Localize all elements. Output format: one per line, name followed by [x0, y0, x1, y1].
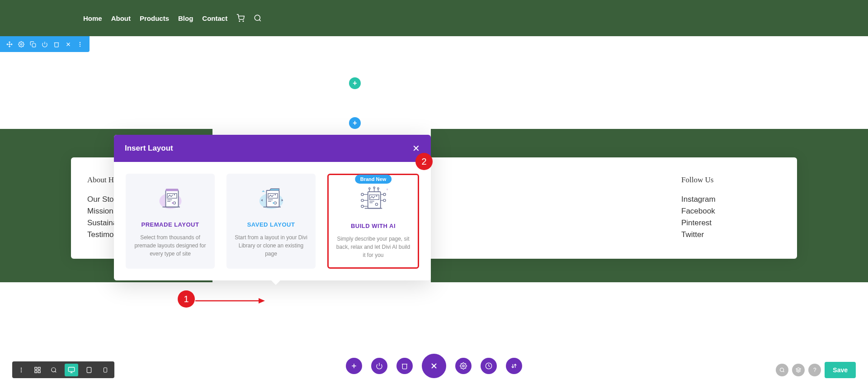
- svg-line-86: [783, 371, 784, 372]
- trash-icon[interactable]: [52, 40, 61, 48]
- close-icon[interactable]: [64, 40, 72, 48]
- svg-rect-71: [68, 367, 74, 371]
- ai-layout-icon: +: [336, 183, 410, 217]
- annotation-1: 1: [178, 290, 195, 308]
- svg-text:+: +: [386, 187, 388, 192]
- annotation-arrow: [195, 298, 265, 304]
- help-icon[interactable]: ?: [808, 364, 821, 376]
- svg-point-27: [274, 194, 276, 195]
- premade-layout-icon: [133, 182, 208, 216]
- svg-point-18: [174, 194, 175, 195]
- search-icon[interactable]: [254, 14, 262, 22]
- svg-rect-15: [165, 190, 178, 207]
- svg-point-43: [361, 193, 363, 195]
- svg-point-49: [383, 193, 385, 195]
- svg-point-6: [20, 43, 22, 45]
- svg-rect-31: [273, 202, 274, 204]
- phone-icon[interactable]: [100, 365, 111, 375]
- nav-about[interactable]: About: [111, 14, 131, 22]
- tablet-icon[interactable]: [84, 365, 94, 375]
- svg-point-0: [239, 21, 240, 22]
- modal-title: Insert Layout: [125, 144, 173, 153]
- svg-point-53: [368, 188, 370, 190]
- svg-point-69: [52, 367, 56, 371]
- svg-point-45: [361, 199, 363, 201]
- history-button[interactable]: [481, 358, 497, 374]
- trash-button[interactable]: [396, 358, 413, 374]
- svg-point-2: [255, 15, 260, 20]
- sort-button[interactable]: [506, 358, 522, 374]
- close-builder-button[interactable]: [422, 354, 446, 378]
- svg-line-70: [55, 371, 57, 372]
- footer-link[interactable]: Facebook: [681, 205, 781, 217]
- svg-point-11: [80, 42, 80, 43]
- svg-point-13: [80, 45, 80, 46]
- settings-button[interactable]: [455, 358, 472, 374]
- svg-point-47: [361, 205, 363, 207]
- move-icon[interactable]: [5, 40, 14, 48]
- svg-point-81: [462, 365, 464, 367]
- wireframe-icon[interactable]: [32, 365, 43, 375]
- bottom-right-actions: ? Save: [776, 362, 856, 378]
- svg-point-64: [21, 371, 22, 372]
- layers-icon[interactable]: [792, 364, 805, 376]
- cart-icon[interactable]: [236, 14, 245, 22]
- svg-point-38: [376, 195, 377, 197]
- svg-point-85: [780, 368, 784, 372]
- modal-body: PREMADE LAYOUT Select from thousands of …: [114, 162, 431, 280]
- saved-layout-desc: Start from a layout in your Divi Library…: [234, 233, 308, 258]
- svg-marker-35: [262, 190, 265, 192]
- add-row-button[interactable]: +: [349, 117, 361, 129]
- power-icon[interactable]: [41, 40, 49, 48]
- svg-rect-36: [368, 191, 380, 208]
- nav-contact[interactable]: Contact: [202, 14, 227, 22]
- add-button[interactable]: [346, 358, 362, 374]
- svg-rect-66: [38, 367, 40, 370]
- ai-layout-title: BUILD WITH AI: [336, 223, 410, 229]
- premade-layout-title: PREMADE LAYOUT: [133, 221, 208, 228]
- ai-layout-desc: Simply describe your page, sit back, rel…: [336, 235, 410, 259]
- svg-marker-87: [796, 368, 801, 370]
- duplicate-icon[interactable]: [29, 40, 37, 48]
- more-vertical-icon[interactable]: [16, 365, 27, 375]
- save-button[interactable]: Save: [825, 362, 856, 378]
- premade-layout-card[interactable]: PREMADE LAYOUT Select from thousands of …: [126, 174, 215, 269]
- saved-layout-card[interactable]: SAVED LAYOUT Start from a layout in your…: [226, 174, 316, 269]
- footer-link[interactable]: Twitter: [681, 229, 781, 241]
- svg-point-62: [21, 367, 22, 368]
- nav-products[interactable]: Products: [140, 14, 169, 22]
- modal-header: Insert Layout ✕: [114, 135, 431, 162]
- build-with-ai-card[interactable]: Brand New + BUILD WITH AI Simply describ…: [327, 174, 419, 269]
- svg-rect-22: [172, 202, 174, 204]
- add-section-button[interactable]: +: [349, 77, 361, 89]
- section-toolbar: [0, 36, 90, 52]
- modal-close-icon[interactable]: ✕: [412, 143, 420, 154]
- svg-rect-75: [104, 368, 107, 372]
- main-nav: Home About Products Blog Contact: [83, 14, 262, 22]
- premade-layout-desc: Select from thousands of premade layouts…: [133, 233, 208, 258]
- svg-rect-74: [87, 367, 91, 373]
- gear-icon[interactable]: [17, 40, 25, 48]
- power-button[interactable]: [371, 358, 387, 374]
- zoom-icon[interactable]: [48, 365, 59, 375]
- insert-layout-modal: Insert Layout ✕ PREMADE LAYOUT Select fr…: [114, 135, 431, 280]
- more-icon[interactable]: [76, 40, 84, 48]
- desktop-icon[interactable]: [65, 364, 78, 376]
- search-small-icon[interactable]: [776, 364, 788, 376]
- builder-actions: [346, 354, 522, 378]
- nav-blog[interactable]: Blog: [178, 14, 193, 22]
- saved-layout-title: SAVED LAYOUT: [234, 221, 308, 228]
- footer-link[interactable]: Instagram: [681, 194, 781, 205]
- svg-rect-25: [266, 190, 279, 207]
- svg-marker-61: [259, 298, 265, 304]
- site-header: Home About Products Blog Contact: [0, 0, 868, 36]
- svg-rect-68: [38, 370, 40, 373]
- svg-point-12: [80, 43, 80, 44]
- footer-link[interactable]: Pinterest: [681, 217, 781, 229]
- footer-follow-col: Follow Us Instagram Facebook Pinterest T…: [681, 176, 781, 241]
- svg-line-3: [259, 19, 261, 21]
- svg-rect-65: [35, 367, 37, 370]
- nav-home[interactable]: Home: [83, 14, 102, 22]
- svg-point-1: [243, 21, 244, 22]
- svg-rect-67: [35, 370, 37, 373]
